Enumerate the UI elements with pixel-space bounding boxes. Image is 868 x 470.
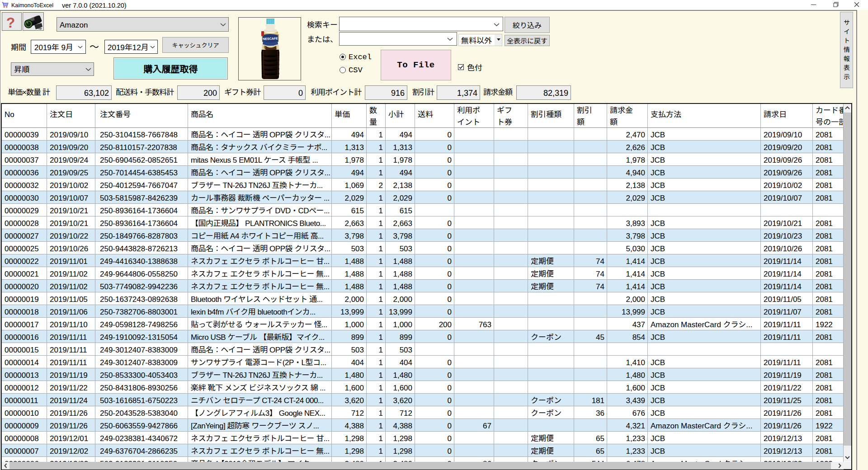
svg-text:NESCAFE: NESCAFE [263,37,278,40]
